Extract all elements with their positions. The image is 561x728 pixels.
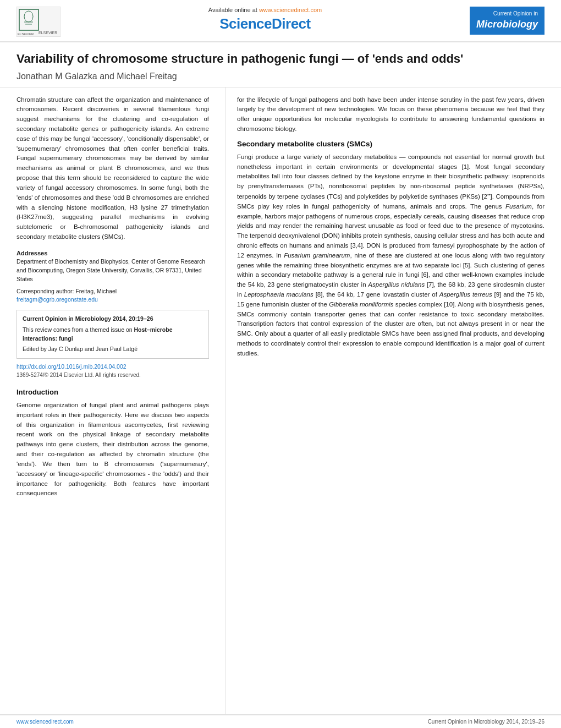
smc-section: Secondary metabolite clusters (SMCs) Fun… [237,140,544,359]
copyright-section: 1369-5274/© 2014 Elsevier Ltd. All right… [16,372,209,378]
left-column: Chromatin structure can affect the organ… [16,87,215,714]
abstract-text: Chromatin structure can affect the organ… [16,95,209,242]
journal-microbiology: Microbiology [476,18,538,31]
journal-current-opinion: Current Opinion in [476,10,538,18]
themed-issue: This review comes from a themed issue on… [23,326,203,343]
footer-sciencedirect-url: www.sciencedirect.com [16,719,74,725]
sciencedirect-logo: ScienceDirect [219,15,310,32]
elsevier-logo: ELSEVIER ELSEVIER [16,7,61,37]
doi-section: http://dx.doi.org/10.1016/j.mib.2014.04.… [16,363,209,370]
footer-left: www.sciencedirect.com [16,719,74,725]
available-online-text: Available online at www.sciencedirect.co… [208,7,322,13]
footer-right: Current Opinion in Microbiology 2014, 20… [428,719,544,725]
article-title: Variability of chromosome structure in p… [16,51,544,67]
journal-badge: Current Opinion in Microbiology [470,7,544,35]
addresses-text: Department of Biochemistry and Biophysic… [16,258,209,283]
header-left: ELSEVIER ELSEVIER [16,7,61,37]
journal-ref: Current Opinion in Microbiology 2014, 20… [23,315,203,324]
introduction-section: Introduction Genome organization of fung… [16,388,209,499]
edited-by: Edited by Jay C Dunlap and Jean Paul Lat… [23,345,203,354]
smc-section-title: Secondary metabolite clusters (SMCs) [237,140,544,148]
header: ELSEVIER ELSEVIER Available online at ww… [0,0,561,42]
svg-text:ELSEVIER: ELSEVIER [18,32,34,36]
right-intro-continuation: for the lifecycle of fungal pathogens an… [237,95,544,134]
corresponding-section: Corresponding author: Freitag, Michael f… [16,287,209,305]
sciencedirect-url[interactable]: www.sciencedirect.com [259,7,322,13]
right-column: for the lifecycle of fungal pathogens an… [226,87,544,714]
title-section: Variability of chromosome structure in p… [0,42,561,87]
introduction-title: Introduction [16,388,209,396]
corresponding-label: Corresponding author: [16,288,74,294]
main-content: Chromatin structure can affect the organ… [0,87,561,714]
doi-link[interactable]: http://dx.doi.org/10.1016/j.mib.2014.04.… [16,363,127,370]
corresponding-name: Freitag, Michael [75,288,117,294]
article-authors: Jonathan M Galazka and Michael Freitag [16,72,544,81]
svg-text:ELSEVIER: ELSEVIER [38,31,57,35]
corresponding-email[interactable]: freitagm@cgrb.oregonstate.edu [16,296,98,303]
themed-issue-prefix: This review comes from a themed issue on [23,326,134,333]
available-online-label: Available online at [208,7,257,13]
footer: www.sciencedirect.com Current Opinion in… [0,714,561,728]
footer-journal-name: Current Opinion in Microbiology [428,719,505,725]
header-right: Current Opinion in Microbiology [470,7,544,35]
info-box: Current Opinion in Microbiology 2014, 20… [16,310,209,359]
addresses-label: Addresses [16,249,209,258]
footer-year-pages: 2014, 20:19–26 [506,719,544,725]
header-center: Available online at www.sciencedirect.co… [61,7,470,32]
introduction-text: Genome organization of fungal plant and … [16,401,209,499]
smc-section-text: Fungi produce a large variety of seconda… [237,152,544,359]
page: ELSEVIER ELSEVIER Available online at ww… [0,0,561,728]
addresses-section: Addresses Department of Biochemistry and… [16,249,209,304]
